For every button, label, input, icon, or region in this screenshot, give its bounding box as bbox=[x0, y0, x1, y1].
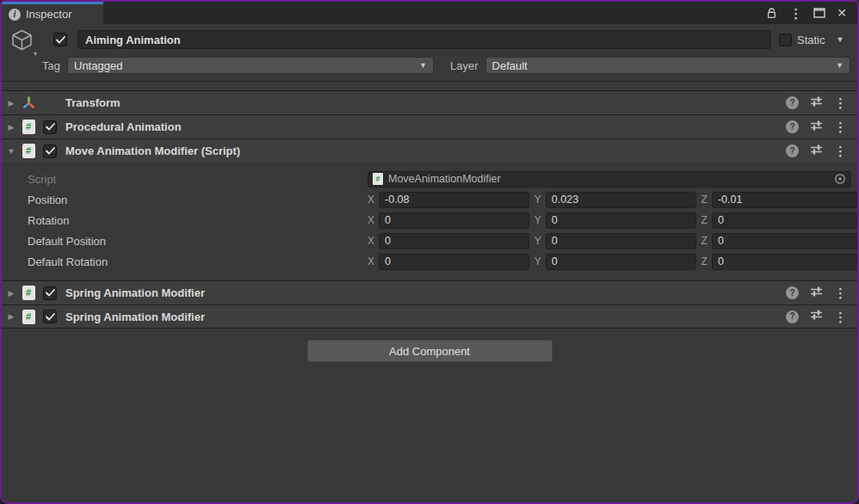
axis-y-label[interactable]: Y bbox=[535, 235, 541, 247]
component-enabled-checkbox[interactable] bbox=[43, 120, 57, 134]
add-component-button[interactable]: Add Component bbox=[307, 340, 553, 362]
presets-icon[interactable] bbox=[810, 144, 823, 159]
close-icon[interactable]: ✕ bbox=[837, 7, 847, 19]
active-checkbox[interactable] bbox=[53, 33, 67, 46]
default-position-z-input[interactable] bbox=[712, 233, 859, 249]
rotation-z-input[interactable] bbox=[712, 212, 859, 229]
property-label: Script bbox=[2, 173, 368, 186]
default-rotation-y-input[interactable] bbox=[546, 254, 696, 270]
move-animation-modifier-body: Script # MoveAnimationModifier Position … bbox=[2, 163, 857, 280]
tag-value: Untagged bbox=[74, 59, 122, 72]
component-enabled-checkbox[interactable] bbox=[43, 144, 57, 158]
gameobject-name-input[interactable] bbox=[77, 30, 771, 49]
component-enabled-checkbox[interactable] bbox=[43, 310, 57, 323]
axis-y-label[interactable]: Y bbox=[535, 255, 541, 267]
component-title: Spring Animation Modifier bbox=[65, 310, 205, 323]
presets-icon[interactable] bbox=[810, 309, 823, 324]
rotation-y-input[interactable] bbox=[546, 212, 696, 229]
foldout-collapsed-icon[interactable]: ▶ bbox=[2, 123, 21, 132]
static-checkbox[interactable] bbox=[779, 34, 792, 46]
layer-value: Default bbox=[492, 59, 528, 72]
property-label: Default Rotation bbox=[2, 255, 368, 268]
kebab-menu-icon[interactable]: ⋮ bbox=[834, 144, 847, 157]
axis-x-label[interactable]: X bbox=[368, 255, 374, 267]
default-rotation-x-input[interactable] bbox=[379, 254, 529, 270]
component-title: Transform bbox=[65, 96, 121, 109]
default-position-y-input[interactable] bbox=[546, 233, 696, 249]
axis-x-label[interactable]: X bbox=[368, 214, 374, 226]
section-gap bbox=[2, 82, 857, 90]
script-icon: # bbox=[373, 173, 383, 185]
tab-label: Inspector bbox=[26, 8, 71, 21]
rotation-x-input[interactable] bbox=[379, 212, 529, 229]
kebab-menu-icon[interactable]: ⋮ bbox=[834, 120, 847, 133]
component-header-move-animation-modifier[interactable]: ▼ # Move Animation Modifier (Script) ? ⋮ bbox=[2, 138, 857, 163]
component-title: Spring Animation Modifier bbox=[65, 286, 205, 299]
gameobject-header: ▾ Static ▼ Tag Untagged ▼ Layer Default … bbox=[2, 24, 857, 82]
inspector-footer: Add Component bbox=[2, 329, 857, 502]
presets-icon[interactable] bbox=[810, 286, 823, 301]
presets-icon[interactable] bbox=[810, 120, 823, 135]
unlock-icon[interactable] bbox=[765, 7, 778, 20]
axis-x-label[interactable]: X bbox=[368, 235, 374, 247]
component-header-spring-animation-modifier-1[interactable]: ▶ # Spring Animation Modifier ? ⋮ bbox=[2, 280, 857, 304]
foldout-expanded-icon[interactable]: ▼ bbox=[2, 147, 21, 156]
property-label: Default Position bbox=[2, 235, 368, 248]
kebab-menu-icon[interactable]: ⋮ bbox=[834, 310, 847, 323]
icon-dropdown-caret-icon[interactable]: ▾ bbox=[34, 50, 37, 58]
layer-dropdown[interactable]: Default ▼ bbox=[485, 57, 850, 74]
position-row: Position X Y Z bbox=[2, 189, 857, 210]
kebab-menu-icon[interactable]: ⋮ bbox=[834, 96, 847, 109]
axis-y-label[interactable]: Y bbox=[535, 194, 541, 206]
component-title: Procedural Animation bbox=[65, 120, 182, 133]
chevron-down-icon: ▼ bbox=[419, 61, 427, 70]
component-header-spring-animation-modifier-2[interactable]: ▶ # Spring Animation Modifier ? ⋮ bbox=[2, 304, 857, 329]
presets-icon[interactable] bbox=[810, 95, 823, 111]
script-row: Script # MoveAnimationModifier bbox=[2, 169, 857, 189]
property-label: Position bbox=[2, 194, 368, 206]
axis-z-label[interactable]: Z bbox=[701, 255, 708, 267]
help-icon[interactable]: ? bbox=[786, 286, 799, 299]
kebab-menu-icon[interactable]: ⋮ bbox=[834, 286, 847, 299]
gameobject-icon[interactable]: ▾ bbox=[2, 28, 41, 52]
position-x-input[interactable] bbox=[379, 192, 529, 208]
help-icon[interactable]: ? bbox=[786, 144, 799, 157]
help-icon[interactable]: ? bbox=[786, 120, 799, 133]
rotation-row: Rotation X Y Z bbox=[2, 210, 857, 230]
default-rotation-row: Default Rotation X Y Z bbox=[2, 251, 857, 272]
position-y-input[interactable] bbox=[546, 192, 696, 208]
info-icon: i bbox=[9, 9, 21, 21]
tag-label: Tag bbox=[2, 59, 67, 72]
position-z-input[interactable] bbox=[712, 192, 859, 208]
component-header-procedural-animation[interactable]: ▶ # Procedural Animation ? ⋮ bbox=[2, 114, 857, 138]
script-object-field[interactable]: # MoveAnimationModifier bbox=[368, 171, 851, 187]
object-picker-icon[interactable] bbox=[834, 173, 846, 185]
foldout-collapsed-icon[interactable]: ▶ bbox=[2, 312, 21, 321]
component-header-transform[interactable]: ▶ Transform ? ⋮ bbox=[2, 90, 857, 114]
component-enabled-checkbox[interactable] bbox=[43, 286, 57, 300]
maximize-icon[interactable] bbox=[813, 8, 825, 18]
property-label: Rotation bbox=[2, 214, 368, 227]
transform-icon bbox=[21, 95, 36, 111]
tag-dropdown[interactable]: Untagged ▼ bbox=[67, 57, 434, 74]
foldout-collapsed-icon[interactable]: ▶ bbox=[2, 289, 21, 298]
script-icon: # bbox=[21, 144, 36, 159]
axis-x-label[interactable]: X bbox=[368, 194, 374, 206]
static-dropdown-caret-icon[interactable]: ▼ bbox=[837, 35, 844, 44]
tab-inspector[interactable]: i Inspector bbox=[2, 2, 103, 24]
layer-label: Layer bbox=[434, 59, 485, 72]
tab-bar: i Inspector ⋮ ✕ bbox=[2, 2, 857, 24]
script-icon: # bbox=[21, 120, 36, 135]
help-icon[interactable]: ? bbox=[786, 310, 799, 323]
default-position-x-input[interactable] bbox=[379, 233, 529, 249]
script-icon: # bbox=[21, 286, 36, 301]
foldout-collapsed-icon[interactable]: ▶ bbox=[2, 99, 21, 108]
window-menu-icon[interactable]: ⋮ bbox=[789, 7, 802, 20]
axis-z-label[interactable]: Z bbox=[701, 214, 708, 226]
axis-y-label[interactable]: Y bbox=[535, 214, 541, 226]
help-icon[interactable]: ? bbox=[786, 96, 799, 109]
axis-z-label[interactable]: Z bbox=[701, 235, 708, 247]
axis-z-label[interactable]: Z bbox=[701, 194, 708, 206]
default-rotation-z-input[interactable] bbox=[712, 254, 859, 270]
window-controls: ⋮ ✕ bbox=[765, 2, 857, 24]
